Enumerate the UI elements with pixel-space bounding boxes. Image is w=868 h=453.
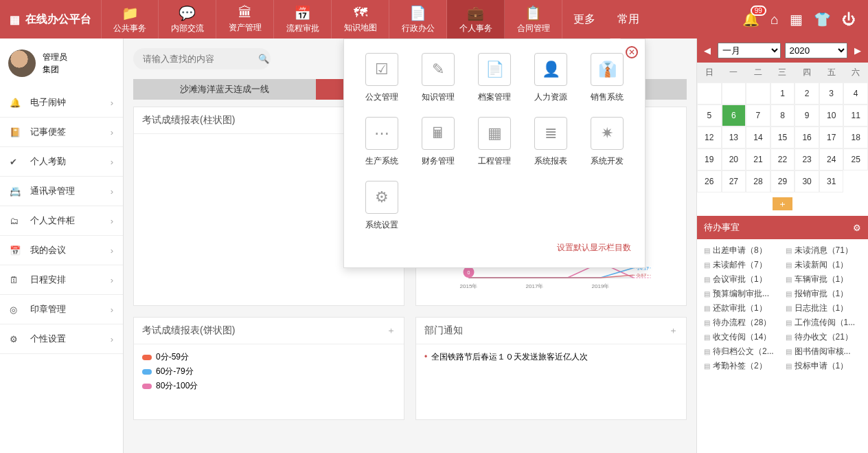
todo-item[interactable]: 投标申请（1） xyxy=(786,360,862,372)
nav-item[interactable]: 🗺知识地图 xyxy=(332,0,389,38)
cal-next-icon[interactable]: ▶ xyxy=(852,45,864,56)
cal-day[interactable]: 31 xyxy=(819,170,844,192)
nav-item[interactable]: 📄行政办公 xyxy=(389,0,447,38)
cal-prev-icon[interactable]: ◀ xyxy=(701,45,713,56)
search-box[interactable]: 🔍 xyxy=(133,48,271,69)
sidebar-item[interactable]: 🗓日程安排› xyxy=(0,265,123,295)
cal-add-button[interactable]: ＋ xyxy=(773,197,792,210)
todo-item[interactable]: 未读新闻（1） xyxy=(786,259,862,271)
todo-item[interactable]: 待归档公文（2... xyxy=(704,346,780,357)
dropdown-item[interactable]: 👔销售系统 xyxy=(583,53,631,103)
cal-day[interactable]: 17 xyxy=(819,126,844,148)
cal-day[interactable]: 22 xyxy=(770,148,795,170)
bell-icon[interactable]: 🔔99 xyxy=(742,11,760,27)
nav-item[interactable]: 💼个人事务 xyxy=(447,0,505,38)
search-icon[interactable]: 🔍 xyxy=(258,54,269,64)
nav-item[interactable]: 🏛资产管理 xyxy=(216,0,274,38)
todo-item[interactable]: 会议审批（1） xyxy=(704,274,780,285)
cal-day[interactable]: 1 xyxy=(770,82,795,104)
nav-item[interactable]: 📋合同管理 xyxy=(505,0,562,38)
sidebar-item[interactable]: 📔记事便签› xyxy=(0,118,123,147)
year-select[interactable]: 2020 xyxy=(785,43,848,58)
cal-day[interactable]: 3 xyxy=(819,82,844,104)
todo-item[interactable]: 工作流传阅（1... xyxy=(786,317,862,329)
power-icon[interactable]: ⏻ xyxy=(842,12,856,27)
dropdown-item[interactable]: ≣系统报表 xyxy=(527,117,575,167)
cal-day[interactable]: 10 xyxy=(819,104,844,126)
plus-icon[interactable]: ＋ xyxy=(669,324,678,337)
dropdown-item[interactable]: 👤人力资源 xyxy=(527,53,575,103)
cal-day[interactable]: 20 xyxy=(722,148,746,170)
shirt-icon[interactable]: 👕 xyxy=(814,11,831,27)
cal-day[interactable]: 11 xyxy=(843,104,868,126)
todo-item[interactable]: 待办流程（28） xyxy=(704,317,780,329)
todo-item[interactable]: 考勤补签（2） xyxy=(704,360,780,372)
todo-item[interactable]: 图书借阅审核... xyxy=(786,346,862,357)
todo-item[interactable]: 出差申请（8） xyxy=(704,245,780,256)
dropdown-item[interactable]: ✷系统开发 xyxy=(583,117,631,167)
todo-item[interactable]: 车辆审批（1） xyxy=(786,274,862,285)
cal-day[interactable]: 27 xyxy=(722,170,746,192)
dropdown-item-icon: ✷ xyxy=(591,117,624,150)
sidebar-item[interactable]: 🔔电子闹钟› xyxy=(0,88,123,118)
todo-item[interactable]: 待办收文（21） xyxy=(786,331,862,343)
sidebar-item[interactable]: ✔个人考勤› xyxy=(0,147,123,177)
cal-day[interactable]: 30 xyxy=(795,170,819,192)
cal-day[interactable]: 21 xyxy=(746,148,770,170)
cal-day[interactable]: 19 xyxy=(697,148,722,170)
cal-day[interactable]: 12 xyxy=(697,126,722,148)
sidebar-item[interactable]: 📇通讯录管理› xyxy=(0,177,123,206)
dropdown-item[interactable]: ⋯生产系统 xyxy=(358,117,406,167)
todo-item[interactable]: 收文传阅（14） xyxy=(704,331,780,343)
cal-day[interactable]: 18 xyxy=(843,126,868,148)
cal-day[interactable]: 5 xyxy=(697,104,722,126)
cal-day[interactable]: 8 xyxy=(770,104,795,126)
cal-day[interactable]: 6 xyxy=(722,104,746,126)
plus-icon[interactable]: ＋ xyxy=(387,324,396,337)
nav-fav[interactable]: 常用 xyxy=(606,12,650,27)
cal-day[interactable]: 24 xyxy=(819,148,844,170)
home-icon[interactable]: ⌂ xyxy=(770,12,779,27)
dropdown-item[interactable]: 🖩财务管理 xyxy=(414,117,462,167)
cal-day[interactable]: 25 xyxy=(843,148,868,170)
dropdown-item[interactable]: ▦工程管理 xyxy=(470,117,518,167)
cal-day[interactable]: 4 xyxy=(843,82,868,104)
close-icon[interactable]: ✕ xyxy=(626,46,638,58)
sidebar-item[interactable]: 📅我的会议› xyxy=(0,236,123,265)
nav-more[interactable]: 更多 xyxy=(562,12,606,27)
dropdown-item[interactable]: ✎知识管理 xyxy=(414,53,462,103)
cal-day[interactable]: 15 xyxy=(770,126,795,148)
todo-item[interactable]: 报销审批（1） xyxy=(786,288,862,300)
month-select[interactable]: 一月 xyxy=(718,43,781,58)
notice-item[interactable]: 全国铁路节后春运１０天发送旅客近亿人次 xyxy=(424,351,678,363)
gear-icon[interactable]: ⚙ xyxy=(853,223,861,233)
sidebar-item[interactable]: 🗂个人文件柜› xyxy=(0,206,123,236)
nav-item[interactable]: 📅流程审批 xyxy=(274,0,332,38)
cal-day[interactable]: 26 xyxy=(697,170,722,192)
todo-item[interactable]: 日志批注（1） xyxy=(786,302,862,314)
cal-day[interactable]: 2 xyxy=(795,82,819,104)
search-input[interactable] xyxy=(143,54,258,64)
sidebar-item[interactable]: ◎印章管理› xyxy=(0,295,123,324)
todo-item[interactable]: 未读邮件（7） xyxy=(704,259,780,271)
cal-day[interactable]: 29 xyxy=(770,170,795,192)
todo-item[interactable]: 未读消息（71） xyxy=(786,245,862,256)
cal-day[interactable]: 13 xyxy=(722,126,746,148)
dropdown-item[interactable]: 📄档案管理 xyxy=(470,53,518,103)
todo-item[interactable]: 预算编制审批... xyxy=(704,288,780,300)
nav-item[interactable]: 📁公共事务 xyxy=(101,0,159,38)
todo-item[interactable]: 还款审批（1） xyxy=(704,302,780,314)
apps-icon[interactable]: ▦ xyxy=(790,11,803,27)
nav-item[interactable]: 💬内部交流 xyxy=(159,0,216,38)
cal-day[interactable]: 9 xyxy=(795,104,819,126)
cal-day[interactable]: 14 xyxy=(746,126,770,148)
cal-day[interactable]: 16 xyxy=(795,126,819,148)
avatar[interactable] xyxy=(8,49,36,77)
dropdown-item[interactable]: ⚙系统设置 xyxy=(358,181,406,231)
cal-day[interactable]: 23 xyxy=(795,148,819,170)
sidebar-item[interactable]: ⚙个性设置› xyxy=(0,324,123,354)
dropdown-footer-link[interactable]: 设置默认显示栏目数 xyxy=(358,242,631,254)
dropdown-item[interactable]: ☑公文管理 xyxy=(358,53,406,103)
cal-day[interactable]: 7 xyxy=(746,104,770,126)
cal-day[interactable]: 28 xyxy=(746,170,770,192)
